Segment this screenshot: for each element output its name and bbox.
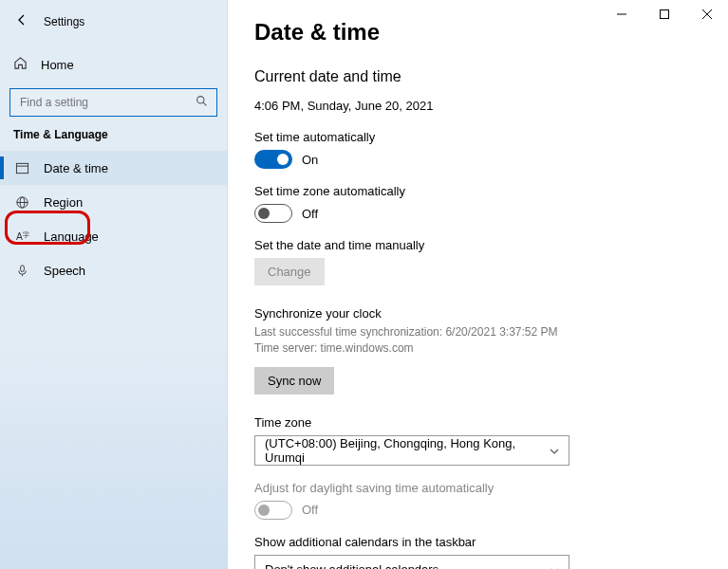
sidebar-item-home[interactable]: Home xyxy=(0,48,227,81)
sidebar-item-date-time[interactable]: Date & time xyxy=(0,151,227,185)
calendars-value: Don't show additional calendars xyxy=(265,562,439,569)
svg-point-4 xyxy=(197,97,204,103)
sidebar-item-region[interactable]: Region xyxy=(0,185,227,219)
language-icon: A字 xyxy=(13,229,30,244)
calendars-label: Show additional calendars in the taskbar xyxy=(254,535,701,549)
sync-server: Time server: time.windows.com xyxy=(254,340,701,357)
current-heading: Current date and time xyxy=(254,68,701,85)
minimize-button[interactable] xyxy=(600,0,643,28)
auto-tz-label: Set time zone automatically xyxy=(254,184,701,198)
sync-heading: Synchronize your clock xyxy=(254,306,701,321)
auto-time-label: Set time automatically xyxy=(254,130,701,144)
svg-rect-6 xyxy=(16,163,28,173)
sidebar-item-label: Region xyxy=(44,195,83,210)
manual-label: Set the date and time manually xyxy=(254,238,701,252)
search-icon xyxy=(196,95,208,110)
svg-text:字: 字 xyxy=(22,230,28,237)
chevron-down-icon xyxy=(550,563,559,569)
sidebar: Settings Home Time & Language Date & tim… xyxy=(0,0,228,569)
sidebar-item-speech[interactable]: Speech xyxy=(0,253,227,287)
chevron-down-icon xyxy=(550,444,559,457)
dst-label: Adjust for daylight saving time automati… xyxy=(254,481,701,495)
home-icon xyxy=(13,56,28,73)
calendar-clock-icon xyxy=(13,161,30,175)
auto-time-state: On xyxy=(302,153,318,167)
section-head: Time & Language xyxy=(0,128,227,151)
calendars-dropdown[interactable]: Don't show additional calendars xyxy=(254,555,569,569)
auto-tz-toggle[interactable] xyxy=(254,204,292,223)
svg-rect-1 xyxy=(660,10,668,19)
auto-tz-state: Off xyxy=(302,207,318,221)
svg-line-5 xyxy=(203,102,206,105)
sidebar-item-label: Date & time xyxy=(44,161,108,175)
change-button[interactable]: Change xyxy=(254,258,325,285)
window-title: Settings xyxy=(44,15,84,28)
search-input[interactable] xyxy=(9,88,217,117)
sidebar-item-label: Speech xyxy=(44,264,85,278)
globe-icon xyxy=(13,195,30,210)
main-panel: Date & time Current date and time 4:06 P… xyxy=(228,0,728,569)
sync-now-button[interactable]: Sync now xyxy=(254,367,334,395)
close-button[interactable] xyxy=(685,0,728,28)
maximize-button[interactable] xyxy=(643,0,685,28)
timezone-value: (UTC+08:00) Beijing, Chongqing, Hong Kon… xyxy=(265,436,550,465)
sync-last: Last successful time synchronization: 6/… xyxy=(254,324,701,340)
sidebar-item-language[interactable]: A字 Language xyxy=(0,219,227,253)
back-button[interactable] xyxy=(8,8,36,35)
current-datetime: 4:06 PM, Sunday, June 20, 2021 xyxy=(254,99,701,113)
tz-label: Time zone xyxy=(254,415,701,430)
dst-toggle xyxy=(254,501,292,520)
svg-rect-13 xyxy=(20,265,24,271)
home-label: Home xyxy=(41,58,74,72)
sidebar-item-label: Language xyxy=(44,229,99,244)
timezone-dropdown[interactable]: (UTC+08:00) Beijing, Chongqing, Hong Kon… xyxy=(254,435,569,466)
auto-time-toggle[interactable] xyxy=(254,150,292,169)
microphone-icon xyxy=(13,264,30,278)
dst-state: Off xyxy=(302,503,318,517)
